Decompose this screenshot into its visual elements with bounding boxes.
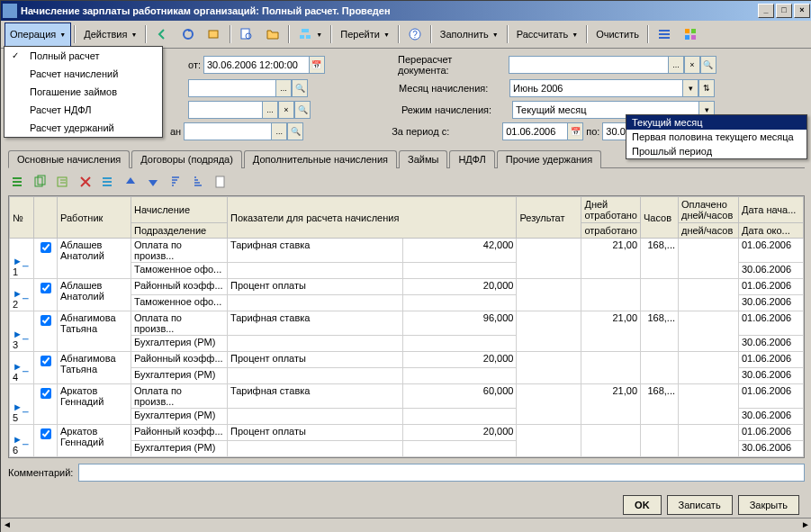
grid-filter-button[interactable]: [98, 172, 118, 192]
comment-input[interactable]: [78, 464, 805, 482]
mode-option-first-half[interactable]: Первая половина текущего месяца: [626, 130, 806, 144]
grid-add-button[interactable]: [8, 172, 28, 192]
grid-wrapper[interactable]: № Работник Начисление Показатели для рас…: [8, 195, 805, 458]
structure-button[interactable]: ▼: [293, 23, 328, 47]
hidden-select-2[interactable]: ...: [262, 101, 278, 119]
col-hours[interactable]: Часов: [641, 197, 679, 239]
hidden-search-2[interactable]: 🔍: [294, 101, 311, 119]
po-label: по:: [586, 126, 599, 137]
tab-additional[interactable]: Дополнительные начисления: [244, 150, 397, 168]
mode-option-current[interactable]: Текущий месяц: [626, 115, 806, 130]
month-dropdown-button[interactable]: ▾: [682, 79, 698, 97]
menu-item-full-calc[interactable]: ✓Полный расчет: [5, 47, 162, 65]
actions-menu-button[interactable]: Действия▼: [78, 23, 142, 47]
grid-down-button[interactable]: [143, 172, 163, 192]
grid-doc-button[interactable]: [211, 172, 230, 192]
fill-menu-button[interactable]: Заполнить▼: [435, 23, 504, 47]
calc-menu-button[interactable]: Рассчитать▼: [511, 23, 583, 47]
svg-rect-16: [13, 177, 22, 179]
period-from-input[interactable]: [502, 122, 567, 140]
grid-sort-desc-button[interactable]: [188, 172, 208, 192]
row-checkbox[interactable]: [41, 356, 51, 366]
row-checkbox[interactable]: [41, 315, 51, 326]
col-subdivision[interactable]: Подразделение: [131, 223, 228, 239]
close-button[interactable]: ×: [794, 4, 810, 18]
grid-up-button[interactable]: [121, 172, 140, 192]
hidden-input-3[interactable]: [184, 122, 271, 140]
hidden-clear-2[interactable]: ×: [278, 101, 294, 119]
month-input[interactable]: [509, 79, 682, 97]
close-form-button[interactable]: Закрыть: [738, 495, 799, 515]
folder-button[interactable]: [260, 23, 285, 47]
tab-contracts[interactable]: Договоры (подряда): [131, 150, 242, 168]
table-row[interactable]: ►⎯1 Аблашев Анатолий Оплата по произв...…: [10, 239, 804, 263]
grid-copy-button[interactable]: [31, 172, 50, 192]
col-result[interactable]: Результат: [517, 197, 581, 239]
svg-rect-22: [103, 177, 112, 179]
col-date-end[interactable]: Дата око...: [739, 223, 804, 239]
row-checkbox[interactable]: [41, 242, 51, 253]
hidden-input-2[interactable]: [188, 101, 262, 119]
month-stepper-button[interactable]: ⇅: [698, 79, 715, 97]
maximize-button[interactable]: □: [776, 4, 792, 18]
hidden-select-1[interactable]: ...: [275, 79, 292, 97]
recalc-search-button[interactable]: 🔍: [700, 56, 716, 74]
grid-sort-asc-button[interactable]: [166, 172, 185, 192]
menu-item-accrual-calc[interactable]: Расчет начислений: [5, 65, 162, 83]
tab-ndfl[interactable]: НДФЛ: [449, 150, 494, 168]
operation-menu-button[interactable]: Операция▼: [5, 23, 71, 47]
menu-item-ndfl-calc[interactable]: Расчет НДФЛ: [5, 101, 162, 119]
settings-icon-button[interactable]: [678, 23, 703, 47]
table-row[interactable]: ►⎯7 Бакинская Антонина Оклад по дням Тар…: [10, 457, 804, 459]
row-checkbox[interactable]: [41, 428, 51, 439]
back-button[interactable]: [149, 23, 175, 47]
hidden-input-1[interactable]: [188, 79, 275, 97]
col-indicators[interactable]: Показатели для расчета начисления: [228, 197, 517, 239]
clear-button[interactable]: Очистить: [590, 23, 644, 47]
list-icon-button[interactable]: [652, 23, 677, 47]
menu-item-deduction-calc[interactable]: Расчет удержаний: [5, 119, 162, 137]
svg-rect-21: [58, 177, 67, 186]
date-picker-button[interactable]: 📅: [309, 56, 325, 74]
tab-main-accruals[interactable]: Основные начисления: [8, 150, 130, 168]
period-from-picker[interactable]: 📅: [567, 122, 583, 140]
grid-toolbar: [1, 168, 811, 195]
col-paid[interactable]: Оплачено дней/часов: [679, 197, 739, 223]
col-date-start[interactable]: Дата нача...: [739, 197, 804, 223]
table-row[interactable]: ►⎯5 Аркатов Геннадий Оплата по произв...…: [10, 384, 804, 409]
date-input[interactable]: [203, 56, 309, 74]
recalc-clear-button[interactable]: ×: [684, 56, 700, 74]
tab-loans[interactable]: Займы: [399, 150, 447, 168]
recalc-input[interactable]: [509, 56, 668, 74]
table-row[interactable]: ►⎯6 Аркатов Геннадий Районный коэфф... П…: [10, 425, 804, 441]
col-days[interactable]: Дней отработано: [581, 197, 641, 223]
col-worker[interactable]: Работник: [58, 197, 131, 239]
help-button[interactable]: ?: [402, 23, 428, 47]
grid-delete-button[interactable]: [76, 172, 95, 192]
refresh-button[interactable]: [176, 23, 201, 47]
hidden-search-3[interactable]: 🔍: [287, 122, 303, 140]
grid-edit-button[interactable]: [53, 172, 73, 192]
save-button[interactable]: Записать: [667, 495, 733, 515]
table-row[interactable]: ►⎯4 Абнагимова Татьяна Районный коэфф...…: [10, 352, 804, 368]
row-checkbox[interactable]: [41, 283, 51, 293]
svg-rect-9: [659, 30, 670, 32]
status-bar: ◄ ►: [1, 518, 811, 532]
col-num[interactable]: №: [10, 197, 34, 239]
hidden-select-3[interactable]: ...: [271, 122, 287, 140]
col-accrual[interactable]: Начисление: [131, 197, 228, 223]
hidden-search-1[interactable]: 🔍: [292, 79, 308, 97]
table-row[interactable]: ►⎯2 Аблашев Анатолий Районный коэфф... П…: [10, 279, 804, 295]
menu-item-loan-repay[interactable]: Погашение займов: [5, 83, 162, 101]
ok-button[interactable]: OK: [623, 495, 662, 515]
mode-option-past[interactable]: Прошлый период: [626, 144, 806, 158]
row-checkbox[interactable]: [41, 388, 51, 399]
tool-button-1[interactable]: [202, 23, 227, 47]
recalc-select-button[interactable]: ...: [668, 56, 684, 74]
tab-other-deductions[interactable]: Прочие удержания: [497, 150, 601, 168]
svg-rect-4: [302, 29, 309, 32]
find-button[interactable]: [234, 23, 259, 47]
minimize-button[interactable]: _: [758, 4, 774, 18]
goto-menu-button[interactable]: Перейти▼: [335, 23, 395, 47]
table-row[interactable]: ►⎯3 Абнагимова Татьяна Оплата по произв.…: [10, 311, 804, 336]
